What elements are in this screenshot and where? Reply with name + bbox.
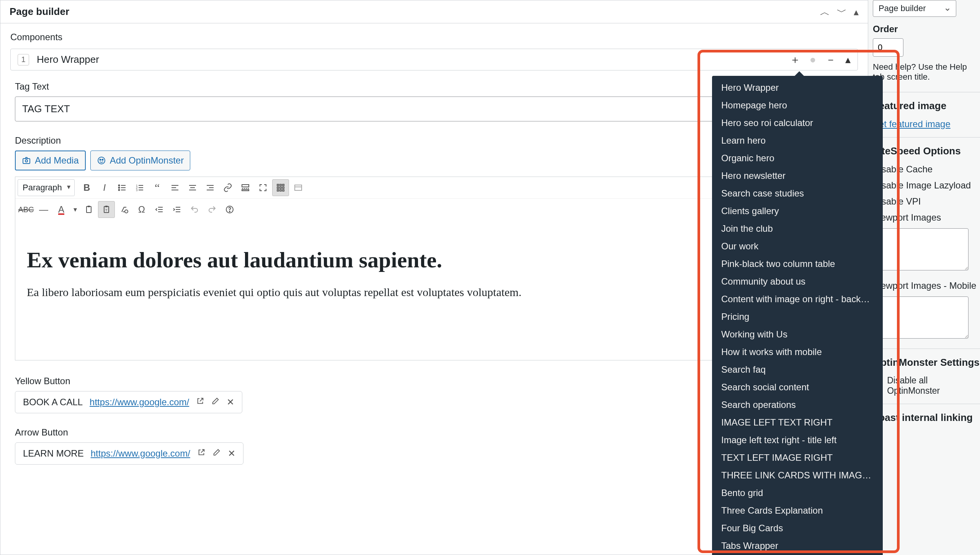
component-menu-item[interactable]: Content with image on right - background…: [712, 290, 883, 308]
italic-button[interactable]: I: [96, 179, 113, 196]
svg-rect-29: [277, 184, 279, 186]
optin-icon: [97, 156, 106, 165]
align-center-button[interactable]: [184, 179, 201, 196]
yellow-button-text: BOOK A CALL: [23, 397, 83, 408]
order-label: Order: [873, 24, 980, 34]
undo-button[interactable]: [186, 201, 203, 218]
blockquote-button[interactable]: “: [149, 179, 166, 196]
litespeed-opt[interactable]: Disable VPI: [873, 196, 980, 207]
yellow-button-url[interactable]: https://www.google.com/: [90, 397, 189, 408]
component-menu-item[interactable]: Three Cards Explanation: [712, 502, 883, 519]
add-media-button[interactable]: Add Media: [15, 151, 86, 170]
svg-point-53: [229, 211, 230, 212]
component-menu-item[interactable]: Join the club: [712, 220, 883, 237]
add-component-menu[interactable]: Hero WrapperHomepage heroHero seo roi ca…: [712, 76, 883, 555]
special-char-button[interactable]: Ω: [133, 201, 150, 218]
viewport-images-textarea[interactable]: [873, 228, 969, 270]
panel-controls: ︿ ﹀ ▴: [820, 7, 859, 17]
component-menu-item[interactable]: Search social content: [712, 378, 883, 396]
component-menu-item[interactable]: Hero newsletter: [712, 167, 883, 185]
align-left-button[interactable]: [167, 179, 183, 196]
component-menu-item[interactable]: Tabs Wrapper: [712, 537, 883, 555]
viewport-images-mobile-textarea[interactable]: [873, 296, 969, 339]
add-optin-label: Add OptinMonster: [110, 155, 184, 166]
text-color-caret-icon[interactable]: ▾: [70, 201, 80, 218]
component-menu-item[interactable]: Community about us: [712, 273, 883, 290]
link-button[interactable]: [219, 179, 236, 196]
component-row[interactable]: 1 Hero Wrapper ＋ ● － ▴: [10, 49, 858, 70]
text-color-button[interactable]: A: [53, 201, 70, 218]
bulleted-list-button[interactable]: [114, 179, 131, 196]
collapse-component-icon[interactable]: ▴: [845, 54, 851, 65]
remove-link-icon[interactable]: ✕: [227, 397, 234, 408]
add-component-icon[interactable]: ＋: [790, 54, 800, 65]
paste-word-button[interactable]: T: [98, 201, 115, 218]
remove-component-icon[interactable]: －: [825, 54, 836, 65]
svg-rect-36: [280, 190, 281, 191]
set-featured-image-link[interactable]: Set featured image: [873, 119, 951, 129]
component-menu-item[interactable]: Working with Us: [712, 326, 883, 343]
open-link-icon[interactable]: [196, 397, 204, 408]
outdent-button[interactable]: [151, 201, 168, 218]
horizontal-rule-button[interactable]: —: [35, 201, 52, 218]
order-input[interactable]: [873, 38, 903, 57]
caret-up-icon[interactable]: ▴: [854, 7, 859, 17]
clear-formatting-button[interactable]: [116, 201, 132, 218]
yoast-title: Yoast internal linking: [873, 412, 980, 424]
litespeed-opt[interactable]: Disable Cache: [873, 164, 980, 175]
layout-dropdown[interactable]: Page builder: [873, 0, 956, 17]
paste-text-button[interactable]: [80, 201, 97, 218]
open-link-icon[interactable]: [197, 448, 206, 459]
component-menu-item[interactable]: Hero Wrapper: [712, 79, 883, 97]
duplicate-component-icon[interactable]: ●: [810, 54, 816, 65]
paragraph-select[interactable]: Paragraph: [18, 179, 75, 196]
panel-title: Page builder: [10, 6, 69, 18]
redo-button[interactable]: [204, 201, 220, 218]
indent-button[interactable]: [168, 201, 185, 218]
svg-point-7: [118, 187, 119, 188]
svg-point-45: [125, 210, 128, 213]
align-right-button[interactable]: [202, 179, 219, 196]
bold-button[interactable]: B: [78, 179, 95, 196]
svg-point-4: [102, 159, 103, 160]
component-menu-item[interactable]: Search case studies: [712, 185, 883, 202]
remove-link-icon[interactable]: ✕: [228, 448, 235, 459]
chevron-up-icon[interactable]: ︿: [820, 7, 830, 17]
component-menu-item[interactable]: Four Big Cards: [712, 519, 883, 537]
insert-readmore-button[interactable]: [237, 179, 254, 196]
component-menu-item[interactable]: Clients gallery: [712, 202, 883, 220]
featured-image-title: Featured image: [873, 100, 980, 112]
help-button[interactable]: [221, 201, 238, 218]
component-menu-item[interactable]: TEXT LEFT IMAGE RIGHT: [712, 449, 883, 467]
svg-rect-33: [280, 187, 281, 188]
edit-link-icon[interactable]: [211, 397, 220, 408]
component-menu-item[interactable]: Our work: [712, 237, 883, 255]
optinmonster-title: OptinMonster Settings: [873, 357, 980, 368]
component-menu-item[interactable]: THREE LINK CARDS WITH IMAGES: [712, 467, 883, 484]
component-menu-item[interactable]: Image left text right - title left: [712, 431, 883, 449]
component-menu-item[interactable]: Pricing: [712, 308, 883, 326]
litespeed-opt[interactable]: Disable Image Lazyload: [873, 180, 980, 191]
arrow-button-url[interactable]: https://www.google.com/: [91, 448, 190, 459]
component-menu-item[interactable]: Organic hero: [712, 149, 883, 167]
strikethrough-button[interactable]: ABC: [18, 201, 34, 218]
tablepress-button[interactable]: [290, 179, 307, 196]
component-menu-item[interactable]: Learn hero: [712, 132, 883, 149]
arrow-button-pill: LEARN MORE https://www.google.com/ ✕: [15, 442, 243, 465]
component-menu-item[interactable]: Hero seo roi calculator: [712, 114, 883, 132]
component-menu-item[interactable]: Homepage hero: [712, 97, 883, 114]
component-menu-item[interactable]: Search faq: [712, 361, 883, 378]
edit-link-icon[interactable]: [212, 448, 221, 459]
add-optinmonster-button[interactable]: Add OptinMonster: [90, 151, 190, 170]
component-menu-item[interactable]: Bento grid: [712, 484, 883, 502]
component-menu-item[interactable]: IMAGE LEFT TEXT RIGHT: [712, 414, 883, 431]
svg-rect-26: [242, 185, 249, 187]
numbered-list-button[interactable]: 123: [131, 179, 148, 196]
chevron-down-icon[interactable]: ﹀: [837, 7, 847, 17]
fullscreen-button[interactable]: [255, 179, 271, 196]
toolbar-toggle-button[interactable]: [272, 179, 289, 196]
component-menu-item[interactable]: How it works with mobile: [712, 343, 883, 361]
svg-point-1: [25, 160, 28, 162]
component-menu-item[interactable]: Pink-black two column table: [712, 255, 883, 273]
component-menu-item[interactable]: Search operations: [712, 396, 883, 414]
